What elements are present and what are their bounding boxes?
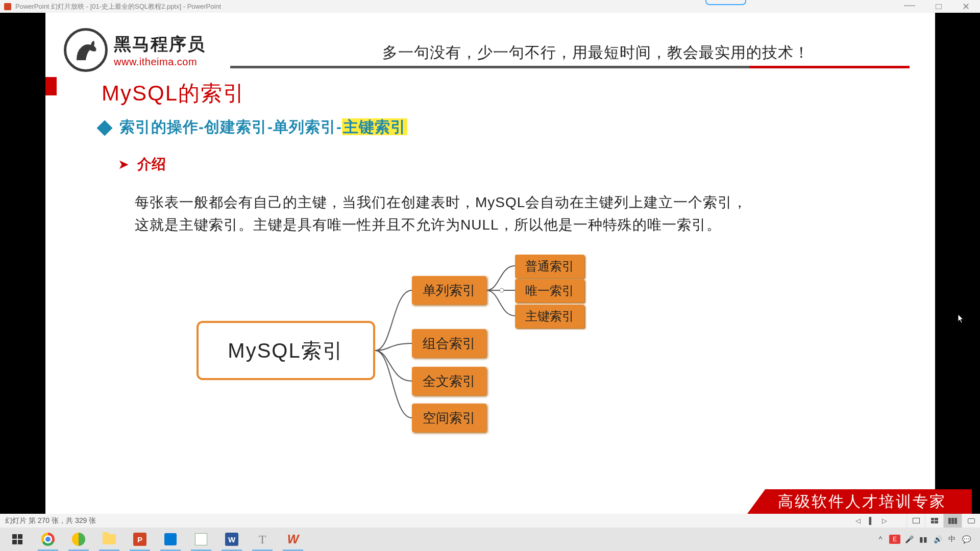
- tray-volume-icon[interactable]: 🔊: [932, 535, 943, 543]
- header-slogan: 多一句没有，少一句不行，用最短时间，教会最实用的技术！: [382, 42, 810, 63]
- subtitle-prefix: 索引的操作-创建索引-单列索引-: [119, 118, 342, 135]
- diagram-root: MySQL索引: [197, 321, 375, 380]
- next-slide-button[interactable]: ▷: [878, 516, 891, 526]
- top-accent-tab: [705, 0, 746, 5]
- window-title: PowerPoint 幻灯片放映 - [01-史上最全的SQL教程2.pptx]…: [15, 2, 221, 11]
- status-bar: 幻灯片 第 270 张，共 329 张 ◁ ▌ ▷: [0, 514, 980, 528]
- body-line-2: 这就是主键索引。主键是具有唯一性并且不允许为NULL，所以他是一种特殊的唯一索引…: [135, 217, 721, 233]
- tray-ime-icon[interactable]: 中: [946, 535, 958, 544]
- taskbar-typora[interactable]: T: [247, 528, 278, 551]
- windows-taskbar: P W T W ^ E 🎤 ▮▮ 🔊 中 💬: [0, 528, 980, 551]
- diagram-node-fulltext: 全文索引: [412, 367, 486, 395]
- close-button[interactable]: ✕: [962, 1, 970, 12]
- diagram-node-unique-index: 唯一索引: [515, 279, 584, 303]
- diagram-node-primary-index: 主键索引: [515, 305, 584, 328]
- subtitle-highlight: 主键索引: [342, 118, 407, 135]
- system-tray[interactable]: ^ E 🎤 ▮▮ 🔊 中 💬: [875, 535, 978, 544]
- taskbar-powerpoint[interactable]: P: [125, 528, 155, 551]
- index-diagram: MySQL索引 单列索引 组合索引 全文索引 空间索引 普通索引 唯一索引 主键…: [188, 255, 627, 459]
- diagram-node-spatial: 空间索引: [412, 404, 486, 432]
- svg-point-0: [500, 288, 504, 292]
- diagram-node-composite: 组合索引: [412, 329, 486, 358]
- tray-battery-icon[interactable]: ▮▮: [918, 535, 929, 543]
- reading-view-button[interactable]: [943, 514, 962, 528]
- body-line-1: 每张表一般都会有自己的主键，当我们在创建表时，MySQL会自动在主键列上建立一个…: [135, 194, 747, 210]
- start-button[interactable]: [2, 528, 33, 551]
- brand-logo: 黑马程序员 www.itheima.com: [64, 28, 206, 72]
- diamond-bullet-icon: [96, 120, 112, 136]
- taskbar-word[interactable]: W: [216, 528, 247, 551]
- brand-name: 黑马程序员: [114, 33, 206, 56]
- diagram-node-normal-index: 普通索引: [515, 255, 584, 278]
- tray-screen-recorder-icon[interactable]: E: [889, 535, 900, 544]
- horse-logo-icon: [64, 28, 108, 72]
- slideshow-view-button[interactable]: [962, 514, 980, 528]
- body-paragraph: 每张表一般都会有自己的主键，当我们在创建表时，MySQL会自动在主键列上建立一个…: [135, 191, 778, 236]
- footer-banner-text: 高级软件人才培训专家: [778, 491, 946, 512]
- window-titlebar: PowerPoint 幻灯片放映 - [01-史上最全的SQL教程2.pptx]…: [0, 0, 980, 13]
- pen-tool-button[interactable]: ▌: [865, 516, 878, 526]
- taskbar-360browser[interactable]: [63, 528, 94, 551]
- sorter-view-button[interactable]: [925, 514, 943, 528]
- powerpoint-app-icon: [4, 3, 11, 10]
- taskbar-chrome[interactable]: [33, 528, 63, 551]
- header-divider-accent: [749, 66, 910, 68]
- diagram-node-single-column: 单列索引: [412, 276, 486, 305]
- slide-stage: 黑马程序员 www.itheima.com 多一句没有，少一句不行，用最短时间，…: [45, 13, 935, 514]
- view-switcher: [906, 514, 980, 528]
- minimize-button[interactable]: —: [904, 2, 915, 9]
- brand-url: www.itheima.com: [114, 56, 206, 68]
- slide-counter: 幻灯片 第 270 张，共 329 张: [5, 516, 96, 525]
- footer-banner: 高级软件人才培训专家: [747, 489, 972, 514]
- left-letterbox: [0, 13, 45, 514]
- taskbar-calculator[interactable]: [155, 528, 186, 551]
- taskbar-wps[interactable]: W: [278, 528, 308, 551]
- normal-view-button[interactable]: [906, 514, 925, 528]
- maximize-button[interactable]: [936, 4, 942, 9]
- taskbar-notepadpp[interactable]: [186, 528, 216, 551]
- right-letterbox: [935, 13, 980, 514]
- prev-slide-button[interactable]: ◁: [851, 516, 865, 526]
- slide-title: MySQL的索引: [102, 79, 246, 108]
- tray-chevron-up-icon[interactable]: ^: [875, 535, 886, 543]
- taskbar-file-explorer[interactable]: [94, 528, 125, 551]
- slide-subtitle: 索引的操作-创建索引-单列索引-主键索引: [119, 117, 407, 138]
- section-heading: ➤ 介绍: [118, 155, 166, 174]
- left-red-marker: [45, 77, 57, 95]
- section-label: 介绍: [137, 156, 166, 172]
- tray-notifications-icon[interactable]: 💬: [961, 535, 972, 543]
- tray-microphone-icon[interactable]: 🎤: [903, 535, 915, 543]
- arrow-right-icon: ➤: [118, 157, 129, 172]
